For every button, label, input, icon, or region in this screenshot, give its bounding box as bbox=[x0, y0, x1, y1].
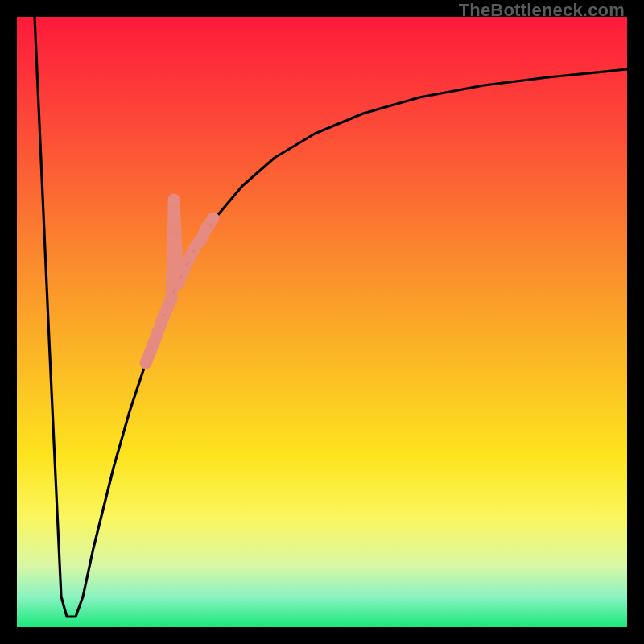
data-point bbox=[156, 316, 167, 327]
data-point bbox=[144, 348, 155, 359]
chart-frame: TheBottleneck.com bbox=[0, 0, 644, 644]
data-point bbox=[168, 208, 180, 220]
data-point bbox=[140, 357, 151, 369]
data-point bbox=[152, 327, 163, 338]
data-point bbox=[148, 337, 159, 349]
data-point bbox=[161, 303, 172, 315]
chart-svg bbox=[17, 17, 627, 627]
data-point bbox=[184, 251, 196, 262]
bottleneck-curve bbox=[35, 17, 627, 617]
data-point bbox=[168, 194, 180, 205]
data-point bbox=[172, 279, 184, 290]
data-point bbox=[178, 265, 189, 276]
plot-area bbox=[17, 17, 627, 627]
data-point bbox=[208, 213, 219, 224]
data-point bbox=[166, 293, 177, 304]
data-points bbox=[140, 194, 219, 369]
data-point bbox=[196, 233, 208, 244]
